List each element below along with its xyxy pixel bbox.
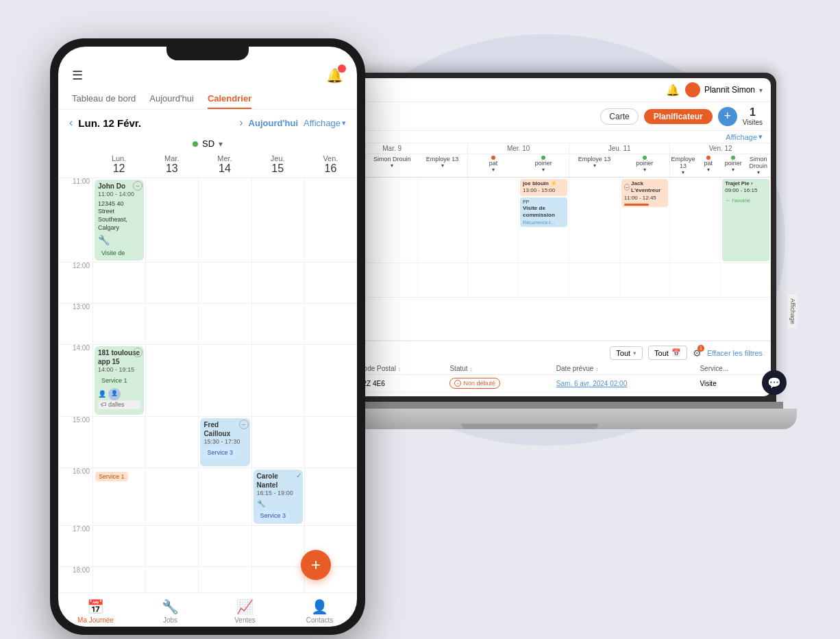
nav-ventes[interactable]: 📈 Ventes bbox=[208, 599, 282, 624]
cell-statut: − Non débuté bbox=[445, 375, 552, 392]
date-link[interactable]: Sam. 6 avr. 2024 02:00 bbox=[556, 380, 627, 387]
cell-jeu-18 bbox=[251, 567, 304, 592]
add-button[interactable]: + bbox=[718, 107, 737, 126]
sort-icon-cp: ↕ bbox=[398, 366, 401, 372]
nav-contacts[interactable]: 👤 Contacts bbox=[282, 599, 357, 624]
sub-header-employe3[interactable]: Employe 13 ▾ bbox=[670, 154, 695, 177]
filter-row: Tout ▾ Tout 📅 ⚙ 1 Effacer les filtres bbox=[297, 346, 763, 360]
event-minus-icon[interactable]: − bbox=[133, 181, 143, 191]
event-minus-icon-2[interactable]: − bbox=[133, 348, 143, 357]
sub-header-pat1[interactable]: pat ▾ bbox=[468, 154, 518, 174]
phone-bottom-nav: 📅 Ma Journée 🔧 Jobs 📈 Ventes 👤 Contacts bbox=[58, 592, 357, 627]
today-button[interactable]: Aujourd'hui bbox=[249, 118, 298, 128]
next-arrow[interactable]: › bbox=[239, 117, 243, 129]
bell-icon[interactable]: 🔔 bbox=[326, 67, 343, 84]
day-label-ven12: Ven. 12 bbox=[670, 143, 771, 154]
sub-header-poirier4[interactable]: poirier ▾ bbox=[721, 154, 746, 177]
service-badge-visite: Visite de bbox=[98, 248, 128, 259]
cell-mer-16 bbox=[198, 468, 251, 525]
nav-jobs[interactable]: 🔧 Jobs bbox=[133, 599, 208, 624]
laptop-event-visite[interactable]: PP Visite de commission Récurrence-t... bbox=[520, 197, 567, 227]
filter-chevron-1: ▾ bbox=[633, 350, 637, 357]
laptop-cell-2-8 bbox=[669, 263, 720, 297]
avatar-small: 👤 bbox=[108, 388, 121, 400]
event-181-toulouse[interactable]: − 181 toulouse app 15 14:00 - 19:15 Serv… bbox=[95, 346, 144, 415]
sub-header-pat2[interactable]: pat ▾ bbox=[695, 154, 721, 177]
sub-header-simon2[interactable]: Simon Drouin ▾ bbox=[745, 154, 771, 177]
cell-jeu-14 bbox=[251, 345, 304, 416]
cell-ven-13 bbox=[304, 304, 357, 344]
laptop-cell-1-3 bbox=[417, 178, 468, 263]
affichage-chevron[interactable]: ▾ bbox=[758, 132, 763, 141]
sd-chevron[interactable]: ▾ bbox=[219, 139, 223, 149]
service-badge-3b: Service 3 bbox=[257, 511, 290, 522]
cell-jeu-13 bbox=[251, 304, 304, 344]
filter-badge: 1 bbox=[697, 345, 704, 352]
laptop-cell-2-7 bbox=[619, 263, 670, 297]
day-group-ven12: Ven. 12 Employe 13 ▾ pat ▾ bbox=[669, 143, 771, 177]
affichage-label[interactable]: Affichage bbox=[726, 133, 757, 141]
cell-lun-18 bbox=[92, 567, 145, 592]
cell-ven-11 bbox=[304, 178, 357, 262]
laptop-event-trajet[interactable]: Trajet Pie › 09:00 - 16:15 ← l'avoine bbox=[722, 179, 769, 261]
col-date-prevue[interactable]: Date prévue ↕ bbox=[552, 363, 696, 375]
laptop-avatar bbox=[685, 82, 700, 97]
laptop-cell-1-4 bbox=[467, 178, 518, 263]
prev-arrow[interactable]: ‹ bbox=[69, 117, 73, 129]
event-john-doe[interactable]: − John Do 11:00 - 14:00 12345 40 Street … bbox=[95, 180, 144, 261]
tab-calendrier[interactable]: Calendrier bbox=[208, 89, 251, 109]
laptop-user[interactable]: Plannit Simon ▾ bbox=[685, 82, 763, 97]
event-fred-cailloux[interactable]: − Fred Cailloux 15:30 - 17:30 Service 3 bbox=[200, 418, 249, 466]
cell-jeu-16: ✓ Carole Nantel 16:15 - 19:00 🔧 Service … bbox=[251, 468, 304, 525]
laptop-user-chevron[interactable]: ▾ bbox=[759, 86, 763, 94]
filter-settings-icon[interactable]: ⚙ 1 bbox=[693, 348, 702, 359]
laptop-cell-1-7: − Jack L'éventreur 11:00 - 12:45 bbox=[619, 178, 670, 263]
day-group-jeu11: Jeu. 11 Employe 13 ▾ poirier ▾ bbox=[569, 143, 670, 177]
sub-header-poirier3[interactable]: poirier ▾ bbox=[619, 154, 669, 174]
laptop-cell-2-5 bbox=[518, 263, 569, 297]
filter-select-1[interactable]: Tout ▾ bbox=[610, 346, 643, 360]
sub-header-employe2[interactable]: Employe 13 ▾ bbox=[569, 154, 619, 174]
nav-ma-journee[interactable]: 📅 Ma Journée bbox=[58, 599, 133, 624]
laptop-event-joe[interactable]: joe blouin ⚡ 13:00 - 15:00 bbox=[520, 179, 567, 196]
laptop-event-jack[interactable]: − Jack L'éventreur 11:00 - 12:45 bbox=[621, 179, 669, 207]
day-col-jeu: Jeu. 15 bbox=[251, 154, 304, 175]
sort-icon-date: ↕ bbox=[595, 366, 598, 372]
col-service[interactable]: Service... bbox=[695, 363, 763, 375]
cell-mar-17 bbox=[145, 526, 198, 566]
sub-header-poirier2[interactable]: poirier ▾ bbox=[519, 154, 569, 174]
planificateur-button[interactable]: Planificateur bbox=[644, 109, 713, 124]
cell-mar-13 bbox=[145, 304, 198, 344]
cell-jeu-15 bbox=[251, 417, 304, 468]
sub-header-simon1[interactable]: Simon Drouin ▾ bbox=[367, 154, 417, 174]
sd-row: SD ▾ bbox=[58, 136, 357, 152]
col-statut[interactable]: Statut ↕ bbox=[445, 363, 552, 375]
laptop-bell-icon[interactable]: 🔔 bbox=[666, 84, 680, 97]
sd-status-dot bbox=[193, 141, 198, 147]
filter-select-2[interactable]: Tout 📅 bbox=[648, 346, 687, 360]
event-carole-nantel[interactable]: ✓ Carole Nantel 16:15 - 19:00 🔧 Service … bbox=[254, 470, 303, 523]
day-label-jeu11: Jeu. 11 bbox=[569, 143, 670, 154]
menu-icon[interactable]: ☰ bbox=[72, 68, 83, 83]
affichage-button[interactable]: Affichage ▾ bbox=[304, 118, 346, 128]
service1-badge: Service 1 bbox=[95, 472, 128, 481]
time-13: 13:00 bbox=[58, 304, 92, 344]
visits-badge: 1 Visites bbox=[743, 106, 763, 126]
phone-device: ☰ 🔔 Tableau de bord Aujourd'hui Calendri… bbox=[50, 38, 365, 635]
laptop-cell-2-2 bbox=[367, 263, 417, 297]
fab-add-button[interactable]: + bbox=[301, 550, 331, 580]
time-15: 15:00 bbox=[58, 417, 92, 468]
cell-lun-12 bbox=[92, 263, 145, 303]
col-code-postal[interactable]: Code Postal ↕ bbox=[354, 363, 445, 375]
event-minus-icon-3[interactable]: − bbox=[239, 420, 249, 429]
cell-mer-18 bbox=[198, 567, 251, 592]
sub-header-employe1[interactable]: Employe 13 ▾ bbox=[417, 154, 467, 174]
laptop-cell-2-9 bbox=[720, 263, 771, 297]
tab-tableau-de-bord[interactable]: Tableau de bord bbox=[72, 89, 136, 109]
cell-lun-13 bbox=[92, 304, 145, 344]
carte-button[interactable]: Carte bbox=[600, 108, 638, 125]
chat-button[interactable]: 💬 bbox=[762, 370, 787, 395]
tab-aujourdhui[interactable]: Aujourd'hui bbox=[149, 89, 194, 109]
cell-mer-11 bbox=[198, 178, 251, 262]
clear-filters-button[interactable]: Effacer les filtres bbox=[707, 349, 763, 357]
